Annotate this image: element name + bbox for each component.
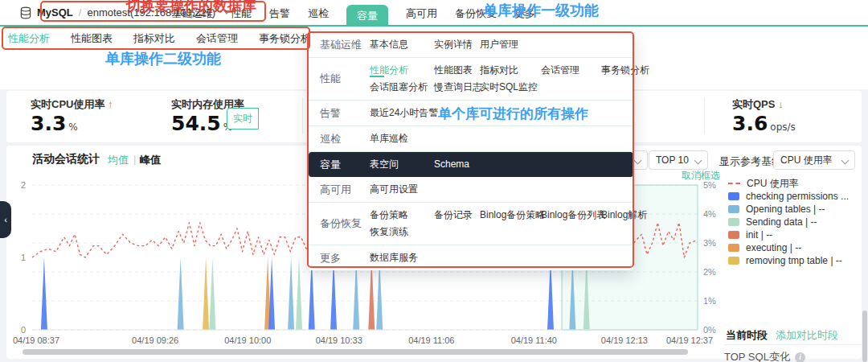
y-left-tick: 0 (21, 325, 26, 335)
session-spike-Sending data[interactable] (296, 257, 302, 330)
y-left-tick: 2 (21, 180, 26, 190)
chevron-down-icon (634, 156, 642, 164)
menu-item-备份记录[interactable]: 备份记录 (434, 207, 480, 224)
baseline-select[interactable]: CPU 使用率 (773, 150, 855, 170)
session-spike-Opening tables[interactable] (288, 257, 294, 330)
menu-category-告警: 告警 (320, 106, 370, 121)
subtab-事务锁分析[interactable]: 事务锁分析 (259, 31, 311, 46)
menu-item-指标对比[interactable]: 指标对比 (480, 62, 541, 79)
menu-item-数据库服务[interactable]: 数据库服务 (370, 249, 434, 266)
legend-swatch (728, 192, 739, 200)
metric-实时CPU使用率: 实时CPU使用率 ↑3.3% (31, 97, 113, 139)
y-right-tick: 3% (703, 238, 716, 248)
menu-item-Binlog备份列表[interactable]: Binlog备份列表 (541, 207, 601, 224)
avg-toggle[interactable]: 均值 (108, 153, 129, 167)
menu-item-用户管理[interactable]: 用户管理 (480, 36, 541, 53)
subtab-性能图表[interactable]: 性能图表 (71, 31, 113, 46)
top-n-select[interactable]: TOP 10 (649, 150, 708, 170)
metric-实时QPS: 实时QPS ↓3.6ops/s (732, 97, 796, 139)
nav-item-备份恢复[interactable]: 备份恢复 (455, 6, 497, 21)
horizontal-scrollbar[interactable] (23, 349, 688, 355)
menu-item-单库巡检[interactable]: 单库巡检 (370, 130, 434, 147)
legend-swatch (728, 257, 739, 265)
toggle-divider: | (133, 153, 136, 165)
menu-item-备份策略[interactable]: 备份策略 (370, 207, 434, 224)
menu-item-基本信息[interactable]: 基本信息 (370, 36, 434, 53)
menu-item-慢查询日志[interactable]: 慢查询日志 (434, 79, 480, 96)
session-spike-Sending data[interactable] (209, 257, 215, 330)
y-right-tick: 5% (703, 180, 716, 190)
legend-item[interactable]: removing tmp table | -- (728, 254, 849, 267)
database-icon (19, 6, 32, 19)
menu-item-性能分析[interactable]: 性能分析 (370, 62, 434, 79)
legend-item[interactable]: Opening tables | -- (728, 203, 849, 216)
menu-item-高可用设置[interactable]: 高可用设置 (370, 181, 434, 198)
subtab-会话管理[interactable]: 会话管理 (196, 31, 238, 46)
menu-item-表空间[interactable]: 表空间 (370, 156, 434, 173)
menu-item-Binlog备份策略[interactable]: Binlog备份策略 (480, 207, 541, 224)
legend-item[interactable]: CPU 使用率 (728, 177, 849, 190)
info-icon[interactable]: i (795, 352, 805, 362)
x-axis-tick: 04/19 08:37 (13, 335, 59, 345)
menu-item-事务锁分析[interactable]: 事务锁分析 (601, 62, 649, 79)
menu-category-高可用: 高可用 (320, 183, 370, 197)
menu-category-巡检: 巡检 (320, 132, 370, 146)
menu-item-Binlog解析[interactable]: Binlog解析 (601, 207, 647, 224)
menu-row-备份恢复: 备份恢复备份策略备份记录Binlog备份策略Binlog备份列表Binlog解析… (309, 203, 633, 245)
nav-item-容量[interactable]: 容量 (346, 5, 388, 27)
brand-label: MySQL (37, 6, 73, 19)
x-axis-tick: 04/19 09:26 (132, 335, 178, 345)
menu-row-容量: 容量表空间Schema (309, 152, 633, 177)
legend-swatch (728, 205, 739, 213)
x-axis-tick: 04/19 10:33 (316, 335, 362, 345)
top-sql-section: TOP SQL变化 i (724, 344, 865, 362)
menu-item-会话阻塞分析[interactable]: 会话阻塞分析 (370, 79, 434, 96)
current-period-label: 当前时段 (726, 328, 768, 343)
realtime-button[interactable]: 实时 (227, 108, 259, 130)
trend-down-icon: ↓ (778, 98, 784, 110)
menu-item-实例详情[interactable]: 实例详情 (434, 36, 480, 53)
legend-swatch (728, 218, 739, 226)
menu-item-Schema[interactable]: Schema (434, 156, 480, 173)
menu-row-告警: 告警最近24小时告警 (309, 101, 633, 126)
capacity-mega-menu: 基础运维基本信息实例详情用户管理性能性能分析性能图表指标对比会话管理事务锁分析会… (309, 32, 633, 270)
menu-row-性能: 性能性能分析性能图表指标对比会话管理事务锁分析会话阻塞分析慢查询日志实时SQL监… (309, 58, 633, 101)
legend-item[interactable]: executing | -- (728, 241, 849, 254)
period-row: 当前时段 添加对比时段 (726, 328, 838, 343)
menu-row-更多: 更多数据库服务 (309, 245, 633, 270)
add-compare-link[interactable]: 添加对比时段 (776, 328, 838, 343)
trend-up-icon: ↑ (108, 98, 113, 110)
nav-item-巡检[interactable]: 巡检 (308, 6, 329, 21)
menu-row-基础运维: 基础运维基本信息实例详情用户管理 (309, 32, 633, 58)
app-root: { "annotations": { "switch_db": "切换要操作的数… (0, 0, 868, 362)
legend-item[interactable]: checking permissions ... (728, 190, 849, 203)
menu-item-恢复演练[interactable]: 恢复演练 (370, 224, 434, 241)
nav-item-高可用[interactable]: 高可用 (406, 6, 437, 21)
nav-item-告警[interactable]: 告警 (269, 6, 290, 21)
menu-item-会话管理[interactable]: 会话管理 (541, 62, 601, 79)
panel-collapse-handle[interactable]: ‹ (0, 201, 11, 238)
session-spike-checking permissions[interactable] (268, 257, 275, 330)
legend-swatch (728, 231, 739, 239)
menu-category-备份恢复: 备份恢复 (320, 216, 370, 231)
menu-category-容量: 容量 (320, 158, 370, 172)
session-spike-checking permissions[interactable] (41, 257, 47, 330)
divider (302, 97, 303, 134)
nav-item-更多[interactable]: 更多 (514, 6, 535, 21)
menu-item-最近24小时告警[interactable]: 最近24小时告警 (370, 105, 434, 121)
session-spike-removing tmp table[interactable] (203, 257, 209, 330)
y-right-tick: 2% (703, 267, 716, 277)
nav-item-基础运维[interactable]: 基础运维 (171, 6, 213, 21)
vertical-scrollbar[interactable] (862, 311, 867, 362)
menu-item-性能图表[interactable]: 性能图表 (434, 62, 480, 79)
session-spike-Opening tables[interactable] (178, 257, 184, 330)
nav-item-性能[interactable]: 性能 (231, 6, 252, 21)
chart-legend: CPU 使用率checking permissions ...Opening t… (728, 177, 849, 267)
legend-item[interactable]: Sending data | -- (728, 216, 849, 228)
legend-item[interactable]: init | -- (728, 228, 849, 241)
x-axis-tick: 04/19 12:13 (601, 335, 648, 345)
peak-toggle[interactable]: 峰值 (140, 153, 161, 167)
menu-item-实时SQL监控[interactable]: 实时SQL监控 (480, 79, 541, 96)
subtab-性能分析[interactable]: 性能分析 (8, 31, 50, 46)
subtab-指标对比[interactable]: 指标对比 (133, 31, 175, 46)
